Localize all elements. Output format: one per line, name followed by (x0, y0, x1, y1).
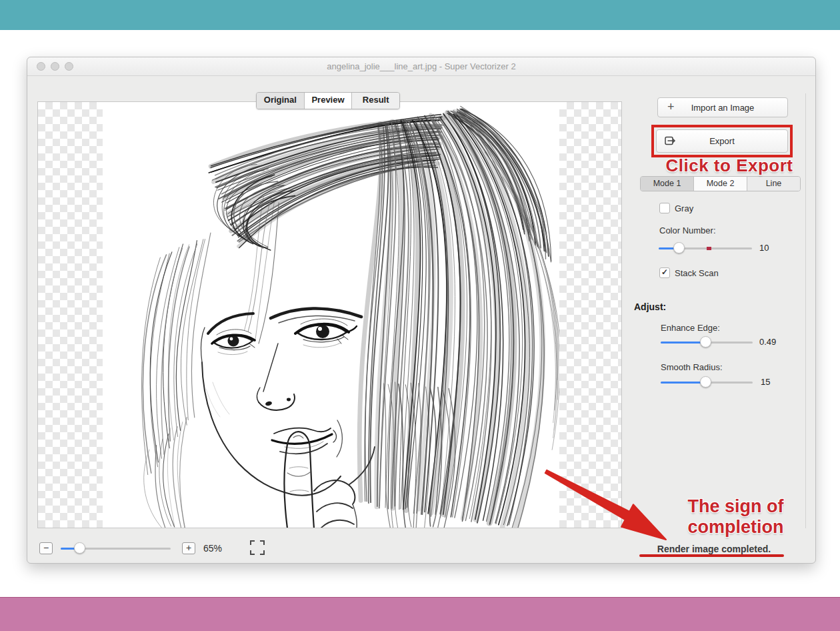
smooth-radius-value: 15 (761, 377, 770, 387)
completion-annotation-line2: completion (657, 517, 814, 538)
enhance-edge-value: 0.49 (759, 337, 776, 347)
color-number-knob[interactable] (673, 242, 685, 253)
zoom-slider-knob[interactable] (74, 542, 85, 554)
transparency-checker-left (38, 102, 103, 528)
transparency-checker-right (559, 102, 621, 528)
view-tab-bar: Original Preview Result (256, 92, 400, 109)
stack-scan-checkbox-row: ✓ Stack Scan (659, 267, 719, 278)
import-image-button[interactable]: + Import an Image (657, 97, 788, 117)
smooth-radius-knob[interactable] (700, 376, 711, 388)
completion-annotation: The sign of completion (657, 496, 814, 538)
image-canvas (37, 101, 622, 528)
export-button[interactable]: Export (656, 129, 788, 153)
status-underline-annotation (639, 554, 784, 557)
bottom-pink-bar (0, 597, 840, 631)
smooth-radius-fill (661, 382, 705, 384)
tab-mode-1[interactable]: Mode 1 (641, 177, 694, 191)
fullscreen-icon (249, 539, 266, 556)
import-image-label: Import an Image (658, 103, 787, 113)
enhance-edge-knob[interactable] (700, 336, 711, 348)
color-number-slider[interactable] (659, 242, 752, 254)
gray-label: Gray (675, 203, 693, 213)
stack-scan-checkbox[interactable]: ✓ (659, 267, 670, 278)
color-number-label: Color Number: (659, 225, 716, 235)
smooth-radius-label: Smooth Radius: (661, 362, 723, 372)
enhance-edge-label: Enhance Edge: (661, 323, 720, 333)
stack-scan-label: Stack Scan (675, 268, 719, 278)
app-window: angelina_jolie___line_art.jpg - Super Ve… (27, 57, 816, 564)
completion-annotation-line1: The sign of (657, 496, 814, 517)
tab-mode-2[interactable]: Mode 2 (694, 177, 747, 191)
titlebar: angelina_jolie___line_art.jpg - Super Ve… (27, 57, 815, 76)
gray-checkbox[interactable] (659, 203, 670, 213)
color-number-tick (707, 247, 711, 250)
page: angelina_jolie___line_art.jpg - Super Ve… (0, 0, 840, 631)
status-text: Render image completed. (627, 544, 801, 554)
gray-checkbox-row: Gray (659, 203, 693, 213)
portrait-line-art (103, 102, 559, 528)
tab-preview[interactable]: Preview (305, 93, 353, 109)
canvas-zoom-slider[interactable] (61, 542, 171, 554)
smooth-radius-slider[interactable] (661, 376, 753, 388)
zoom-in-button[interactable]: + (182, 542, 195, 554)
export-icon (665, 136, 676, 148)
click-to-export-annotation: Click to Export (653, 155, 806, 176)
mode-tab-bar: Mode 1 Mode 2 Line (640, 176, 801, 191)
color-number-value: 10 (759, 243, 769, 253)
top-teal-bar (0, 0, 840, 30)
plus-icon: + (667, 100, 675, 114)
zoom-percent-label: 65% (203, 542, 234, 554)
fullscreen-button[interactable] (249, 539, 266, 556)
adjust-heading: Adjust: (634, 301, 666, 312)
enhance-edge-slider[interactable] (661, 336, 753, 348)
tab-result[interactable]: Result (352, 93, 399, 109)
export-label: Export (657, 136, 787, 146)
enhance-edge-fill (661, 342, 705, 344)
zoom-out-button[interactable]: − (39, 542, 53, 554)
tab-line[interactable]: Line (747, 177, 800, 191)
window-title: angelina_jolie___line_art.jpg - Super Ve… (27, 57, 815, 75)
tab-original[interactable]: Original (257, 93, 305, 109)
